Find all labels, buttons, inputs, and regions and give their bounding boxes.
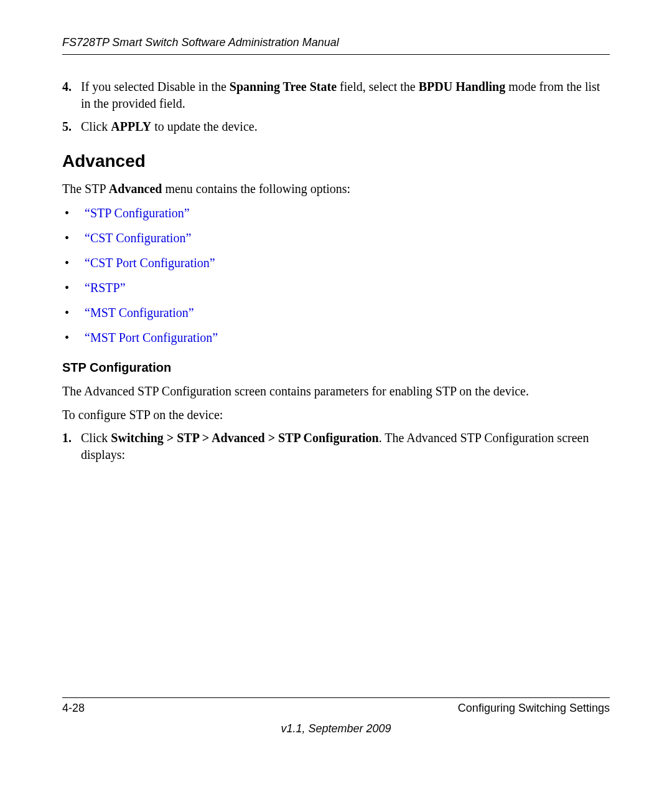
ordered-list-item-1: 1. Click Switching > STP > Advanced > ST… bbox=[62, 430, 610, 463]
list-item: •“RSTP” bbox=[62, 278, 610, 297]
list-item: •“MST Configuration” bbox=[62, 303, 610, 322]
list-item: •“CST Port Configuration” bbox=[62, 253, 610, 272]
bold-text: BPDU Handling bbox=[419, 80, 505, 93]
footer-rule bbox=[62, 697, 610, 698]
ordered-list-item-4: 4. If you selected Disable in the Spanni… bbox=[62, 78, 610, 112]
bullet-icon: • bbox=[62, 278, 85, 297]
body-paragraph: To configure STP on the device: bbox=[62, 406, 610, 423]
text: menu contains the following options: bbox=[162, 182, 350, 196]
list-number: 4. bbox=[62, 78, 81, 112]
running-header: FS728TP Smart Switch Software Administra… bbox=[62, 36, 610, 55]
text: to update the device. bbox=[151, 120, 258, 133]
list-item: •“CST Configuration” bbox=[62, 229, 610, 247]
footer-line: 4-28 Configuring Switching Settings bbox=[62, 702, 610, 715]
text: Click bbox=[81, 431, 111, 445]
text: If you selected Disable in the bbox=[81, 80, 230, 93]
text: Click bbox=[81, 120, 111, 133]
ordered-list-item-5: 5. Click APPLY to update the device. bbox=[62, 118, 610, 135]
page-number: 4-28 bbox=[62, 702, 85, 715]
link-mst-port-configuration[interactable]: “MST Port Configuration” bbox=[85, 328, 218, 347]
bold-text: APPLY bbox=[111, 120, 151, 133]
bullet-icon: • bbox=[62, 328, 85, 347]
list-body: Click APPLY to update the device. bbox=[81, 118, 610, 135]
bullet-icon: • bbox=[62, 303, 85, 322]
list-item: •“STP Configuration” bbox=[62, 204, 610, 222]
advanced-options-list: •“STP Configuration” •“CST Configuration… bbox=[62, 204, 610, 347]
link-cst-configuration[interactable]: “CST Configuration” bbox=[85, 229, 191, 247]
footer-version: v1.1, September 2009 bbox=[0, 722, 672, 735]
link-cst-port-configuration[interactable]: “CST Port Configuration” bbox=[85, 253, 215, 272]
link-mst-configuration[interactable]: “MST Configuration” bbox=[85, 303, 194, 322]
bold-text: Spanning Tree State bbox=[230, 80, 337, 93]
chapter-title: Configuring Switching Settings bbox=[458, 702, 610, 715]
text: field, select the bbox=[337, 80, 419, 93]
bold-text: Advanced bbox=[109, 182, 162, 196]
text: The STP bbox=[62, 182, 109, 196]
list-item: •“MST Port Configuration” bbox=[62, 328, 610, 347]
bold-text: Switching > STP > Advanced > STP Configu… bbox=[111, 431, 378, 445]
intro-paragraph: The STP Advanced menu contains the follo… bbox=[62, 180, 610, 197]
section-heading-advanced: Advanced bbox=[62, 151, 610, 171]
bullet-icon: • bbox=[62, 253, 85, 272]
link-stp-configuration[interactable]: “STP Configuration” bbox=[85, 204, 190, 222]
list-number: 5. bbox=[62, 118, 81, 135]
subsection-heading-stp-configuration: STP Configuration bbox=[62, 361, 610, 375]
list-number: 1. bbox=[62, 430, 81, 463]
bullet-icon: • bbox=[62, 204, 85, 222]
list-body: Click Switching > STP > Advanced > STP C… bbox=[81, 430, 610, 463]
body-paragraph: The Advanced STP Configuration screen co… bbox=[62, 382, 610, 400]
bullet-icon: • bbox=[62, 229, 85, 247]
link-rstp[interactable]: “RSTP” bbox=[85, 278, 126, 297]
list-body: If you selected Disable in the Spanning … bbox=[81, 78, 610, 112]
